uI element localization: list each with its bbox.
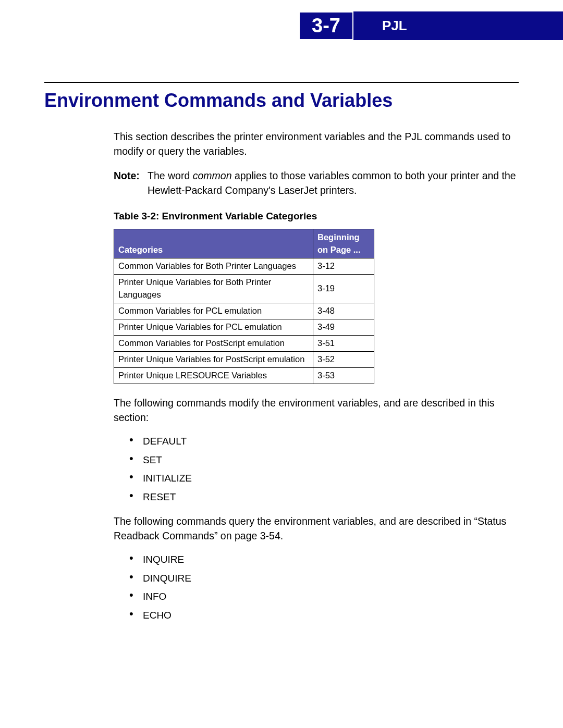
page-title: Environment Commands and Variables [44, 90, 393, 112]
list-item: SET [129, 453, 519, 467]
cell-category: Common Variables for Both Printer Langua… [114, 258, 313, 275]
cell-category: Printer Unique Variables for PCL emulati… [114, 319, 313, 336]
table-row: Printer Unique Variables for Both Printe… [114, 275, 374, 303]
note-block: Note: The word common applies to those v… [114, 168, 519, 198]
intro-paragraph: This section describes the printer envir… [114, 129, 519, 159]
note-label: Note: [114, 168, 148, 198]
cell-page: 3-19 [313, 275, 374, 303]
list-item: DINQUIRE [129, 571, 519, 586]
table-header-categories: Categories [114, 229, 313, 258]
table-row: Printer Unique Variables for PostScript … [114, 351, 374, 367]
cell-category: Common Variables for PostScript emulatio… [114, 336, 313, 352]
cell-category: Printer Unique Variables for Both Printe… [114, 275, 313, 303]
table-caption: Table 3-2: Environment Variable Categori… [114, 209, 519, 224]
list-item: RESET [129, 490, 519, 504]
cell-page: 3-49 [313, 319, 374, 336]
query-list: INQUIRE DINQUIRE INFO ECHO [114, 552, 519, 622]
note-prefix: The word [148, 170, 193, 181]
list-item: DEFAULT [129, 434, 519, 449]
table-row: Common Variables for Both Printer Langua… [114, 258, 374, 275]
cell-category: Printer Unique Variables for PostScript … [114, 351, 313, 367]
page: PJL 3-7 Environment Commands and Variabl… [0, 0, 563, 728]
table-header-page: Beginning on Page ... [313, 229, 374, 258]
list-item: INITIALIZE [129, 471, 519, 486]
table-row: Common Variables for PCL emulation3-48 [114, 303, 374, 319]
content-body: This section describes the printer envir… [114, 129, 519, 632]
list-item: ECHO [129, 608, 519, 623]
table-row: Printer Unique Variables for PCL emulati… [114, 319, 374, 336]
note-body: The word common applies to those variabl… [148, 168, 519, 198]
table-row: Printer Unique LRESOURCE Variables3-53 [114, 367, 374, 384]
cell-page: 3-51 [313, 336, 374, 352]
cell-page: 3-12 [313, 258, 374, 275]
cell-page: 3-48 [313, 303, 374, 319]
divider [44, 82, 519, 83]
query-paragraph: The following commands query the environ… [114, 514, 519, 544]
categories-table: Categories Beginning on Page ... Common … [114, 229, 374, 384]
page-number: 3-7 [299, 11, 353, 40]
modify-list: DEFAULT SET INITIALIZE RESET [114, 434, 519, 504]
cell-page: 3-52 [313, 351, 374, 367]
cell-category: Printer Unique LRESOURCE Variables [114, 367, 313, 384]
cell-page: 3-53 [313, 367, 374, 384]
header-title: PJL [382, 18, 407, 34]
cell-category: Common Variables for PCL emulation [114, 303, 313, 319]
note-italic: common [193, 170, 232, 181]
table-row: Common Variables for PostScript emulatio… [114, 336, 374, 352]
list-item: INFO [129, 589, 519, 604]
modify-paragraph: The following commands modify the enviro… [114, 396, 519, 425]
list-item: INQUIRE [129, 552, 519, 567]
